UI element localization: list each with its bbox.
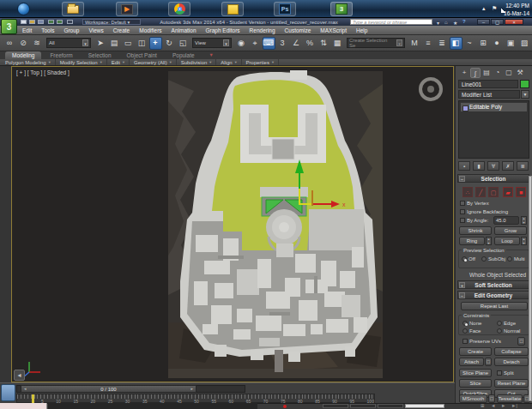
menu-maxscript[interactable]: MAXScript (320, 27, 347, 33)
ribbon-tab-freeform[interactable]: Freeform (43, 51, 79, 59)
attach-settings-button[interactable]: □ (485, 358, 492, 366)
select-by-name-icon[interactable]: ▤ (108, 37, 121, 50)
object-color-swatch[interactable] (520, 80, 529, 88)
key-mode-icon[interactable]: ⊞ (481, 403, 485, 408)
snaps-toggle-icon[interactable]: 3 (276, 37, 289, 50)
menu-tools[interactable]: Tools (41, 27, 54, 33)
taskbar-clock[interactable]: 12:40 PM 16-Mar-14 (504, 3, 529, 18)
slice-button[interactable]: Slice (459, 379, 492, 388)
by-angle-checkbox[interactable]: By Angle: (460, 218, 488, 223)
preview-subobj-radio[interactable]: SubObj (481, 256, 505, 262)
preview-off-radio[interactable]: Off (462, 256, 475, 262)
preserve-uvs-checkbox[interactable]: Preserve UVs (462, 339, 501, 344)
keyboard-shortcut-override-icon[interactable]: ⌨ (263, 37, 275, 50)
bind-to-space-warp-icon[interactable]: ≋ (31, 37, 44, 50)
rectangular-selection-region-icon[interactable]: ▭ (122, 37, 135, 50)
current-frame-marker[interactable] (32, 394, 34, 403)
ribbon-tab-selection[interactable]: Selection (82, 51, 118, 59)
coordinate-x-field[interactable] (323, 404, 348, 408)
polygon-subobject-icon[interactable]: ▰ (503, 187, 513, 197)
select-and-scale-icon[interactable]: ◱ (177, 37, 190, 50)
viewport-layout-tab-button[interactable]: ◂ (14, 370, 25, 381)
remove-modifier-button[interactable]: ✗ (502, 161, 514, 171)
graphite-ribbon-toggle-icon[interactable]: ◧ (450, 37, 462, 50)
menu-rendering[interactable]: Rendering (250, 27, 275, 33)
menu-views[interactable]: Views (88, 27, 103, 33)
next-frame-nub[interactable]: ► (190, 388, 194, 392)
utilities-tab-icon[interactable]: ⚒ (515, 68, 525, 78)
modifier-list-arrow[interactable]: ▼ (521, 90, 529, 99)
track-bar[interactable]: 5101520253035404550556065707580859095100 (16, 394, 375, 403)
restore-button[interactable]: ▢ (491, 19, 504, 25)
undo-button[interactable] (48, 20, 54, 24)
show-end-result-button[interactable]: ▮ (473, 161, 485, 171)
shrink-button[interactable]: Shrink (459, 226, 492, 235)
taskbar-chrome[interactable] (168, 2, 190, 16)
ribbon-panel-modify-selection[interactable]: Modify Selection▼ (57, 59, 107, 65)
modifier-stack[interactable]: Editable Poly (458, 100, 529, 159)
menu-edit[interactable]: Edit (22, 27, 32, 33)
menu-graph-editors[interactable]: Graph Editors (206, 27, 240, 33)
menu-animation[interactable]: Animation (172, 27, 196, 33)
rollout-edit-geometry[interactable]: − Edit Geometry (457, 291, 529, 299)
open-file-button[interactable] (29, 20, 35, 24)
loop-button[interactable]: Loop (494, 237, 520, 245)
grow-button[interactable]: Grow (494, 226, 527, 235)
workspace-selector[interactable]: Workspace: Default ▾ (82, 19, 141, 25)
viewport-top-shaded[interactable]: x [ + ] [ Top ] [ Shaded ] ◂ (11, 66, 454, 382)
prev-frame-nub[interactable]: ◄ (23, 388, 27, 392)
curve-editor-icon[interactable]: ~ (463, 37, 476, 50)
new-file-button[interactable] (21, 20, 27, 24)
menu-modifiers[interactable]: Modifiers (139, 27, 161, 33)
menu-help[interactable]: Help (356, 27, 367, 33)
object-name-field[interactable]: Line001 (458, 80, 518, 88)
detach-button[interactable]: Detach (494, 358, 529, 366)
preserve-uvs-settings-button[interactable]: □ (517, 337, 525, 346)
ribbon-panel-polygon-modeling[interactable]: Polygon Modeling▼ (2, 59, 56, 65)
panel-scrollbar[interactable] (529, 176, 532, 401)
constraint-none-radio[interactable]: None (462, 321, 481, 326)
element-subobject-icon[interactable]: ■ (516, 187, 526, 197)
modify-tab-icon[interactable]: ʃ (470, 68, 481, 78)
redo-button[interactable] (57, 20, 63, 24)
configure-modifier-sets-button[interactable]: ≣ (517, 161, 529, 171)
taskbar-notes[interactable] (221, 2, 244, 16)
named-selection-sets-dropdown[interactable]: Create Selection Se▾ (347, 38, 405, 48)
rollout-soft-selection[interactable]: + Soft Selection (457, 280, 529, 289)
taskbar-media-player[interactable]: ▶ (116, 2, 138, 16)
ribbon-panel-geometry-all[interactable]: Geometry (All)▼ (130, 59, 177, 65)
select-and-move-icon[interactable]: + (149, 37, 162, 50)
time-slider-handle[interactable]: ◄ 0 / 100 ► (21, 385, 196, 393)
collapse-icon[interactable]: − (459, 176, 465, 182)
motion-tab-icon[interactable]: ◔ (493, 68, 503, 78)
selection-filter-dropdown[interactable]: All▾ (46, 38, 91, 48)
stack-item-editable-poly[interactable]: Editable Poly (461, 103, 527, 111)
prev-key-icon[interactable]: ◄ (491, 403, 495, 408)
select-and-manipulate-icon[interactable]: ⌖ (249, 37, 262, 50)
select-object-icon[interactable]: ➤ (94, 37, 107, 50)
maxscript-mini-listener[interactable] (0, 403, 47, 409)
constraint-face-radio[interactable]: Face (462, 328, 481, 334)
favorites-icon[interactable]: ★ (453, 20, 457, 26)
ribbon-tab-modeling[interactable]: Modeling (5, 51, 41, 59)
ribbon-tab-populate[interactable]: Populate (166, 51, 202, 59)
loop-spinner[interactable]: ▲▼ (521, 237, 527, 245)
unlink-selection-icon[interactable]: ⊘ (17, 37, 30, 50)
collapse-button[interactable]: Collapse (494, 347, 529, 356)
taskbar-3dsmax[interactable]: 3 (330, 2, 353, 16)
percent-snap-icon[interactable]: % (304, 37, 317, 50)
render-setup-icon[interactable]: ▣ (505, 37, 517, 50)
play-icon[interactable]: ► (501, 403, 505, 408)
collapse-icon[interactable]: − (459, 292, 465, 298)
hierarchy-tab-icon[interactable]: ▤ (481, 68, 492, 78)
ribbon-panel-properties[interactable]: Properties▼ (243, 59, 279, 65)
minimize-button[interactable]: – (477, 19, 490, 25)
coordinate-z-field[interactable] (378, 404, 403, 408)
create-tab-icon[interactable]: + (459, 68, 469, 78)
constraint-edge-radio[interactable]: Edge (497, 321, 516, 326)
tessellate-button[interactable]: Tessellate (497, 394, 523, 403)
ribbon-overflow-button[interactable]: ▾ (203, 51, 220, 59)
ring-spinner[interactable]: ▲▼ (486, 237, 492, 245)
tray-up-arrow-icon[interactable]: ▴ (482, 5, 486, 12)
ribbon-tab-object-paint[interactable]: Object Paint (120, 51, 164, 59)
